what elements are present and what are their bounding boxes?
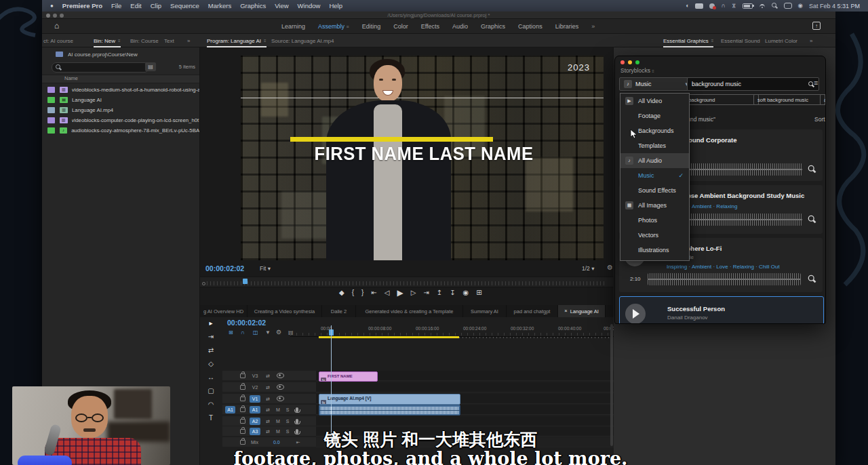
tab-text[interactable]: Text (164, 34, 174, 47)
sync-lock-icon[interactable] (266, 397, 270, 401)
menu-item-footage[interactable]: Footage (620, 108, 689, 123)
sync-lock-icon[interactable] (266, 407, 270, 412)
timeline-timecode[interactable]: 00:00:02:02 (227, 319, 266, 327)
menu-item-all-audio[interactable]: All Audio (620, 153, 689, 168)
timeline-vertical-scrollbar[interactable] (610, 324, 613, 446)
scrubber-playhead[interactable] (243, 279, 248, 284)
seq-tab-overview[interactable]: g AI Overview HD (200, 305, 248, 317)
track-output-eye-icon[interactable] (277, 396, 284, 401)
workspace-captions[interactable]: Captions (518, 23, 542, 30)
audio-clip-language-ai[interactable] (319, 405, 460, 416)
menu-item-vectors[interactable]: Vectors (620, 228, 689, 243)
lock-icon[interactable] (240, 385, 245, 390)
track-v2-button[interactable]: V2 (250, 384, 260, 391)
ripple-edit-tool-icon[interactable] (208, 347, 214, 354)
suggestion-chip[interactable]: soft background music (753, 94, 825, 105)
share-icon[interactable]: ↑ (812, 22, 821, 30)
seq-tab-summary-ai[interactable]: Summary AI (463, 305, 507, 317)
selection-tool-icon[interactable] (209, 320, 212, 327)
tab-bin-new[interactable]: Bin: New (94, 34, 121, 47)
fit-dropdown[interactable]: Fit (260, 265, 271, 272)
play-icon[interactable] (397, 289, 403, 297)
bluetooth-icon[interactable] (732, 3, 736, 8)
menu-item-all-images[interactable]: All Images (620, 198, 689, 213)
find-similar-icon[interactable] (808, 216, 816, 224)
mute-button[interactable]: M (276, 419, 280, 424)
menu-markers[interactable]: Markers (208, 2, 231, 9)
wifi-icon[interactable] (759, 3, 766, 9)
lock-icon[interactable] (240, 397, 245, 401)
track-v3-button[interactable]: V3 (250, 372, 260, 380)
track-select-tool-icon[interactable] (208, 333, 214, 340)
sync-lock-icon[interactable] (266, 385, 270, 390)
close-window-icon[interactable] (620, 60, 625, 64)
track-title[interactable]: Successful Person (667, 305, 725, 312)
solo-button[interactable]: S (286, 419, 290, 424)
app-menu-title[interactable]: Premiere Pro (62, 2, 102, 9)
control-center-icon[interactable] (784, 3, 792, 9)
sync-lock-icon[interactable] (266, 373, 270, 378)
headphones-icon[interactable] (721, 3, 725, 9)
voiceover-mic-icon[interactable] (296, 419, 298, 424)
spotlight-icon[interactable] (772, 3, 778, 9)
hand-tool-icon[interactable] (208, 401, 214, 408)
menu-item-templates[interactable]: Templates (620, 138, 689, 153)
nest-sequence-icon[interactable] (229, 330, 233, 336)
media-type-dropdown[interactable]: Music (619, 77, 693, 91)
project-row-code-video[interactable]: videoblocks-computer-code-playing-on-lcd… (42, 115, 199, 125)
tab-project-ai-course[interactable]: ct: AI course (43, 34, 73, 47)
label-color-chip[interactable] (47, 127, 55, 134)
menubar-clock[interactable]: Sat Feb 4 5:31 PM (809, 3, 860, 9)
step-forward-icon[interactable] (411, 289, 416, 296)
project-search-input[interactable] (52, 62, 149, 73)
waveform[interactable] (648, 273, 801, 285)
project-row-language-ai-mp4[interactable]: Language AI.mp4 (42, 105, 199, 115)
menu-window[interactable]: Window (298, 2, 321, 9)
name-column-header[interactable]: Name (42, 75, 199, 83)
workspace-color[interactable]: Color (393, 23, 408, 30)
workspace-graphics[interactable]: Graphics (481, 23, 505, 30)
lift-icon[interactable] (437, 289, 442, 296)
track-a1-button[interactable]: A1 (250, 406, 260, 413)
menu-item-illustrations[interactable]: Illustrations (620, 243, 689, 258)
tab-source-monitor[interactable]: Source: Language AI.mp4 (271, 34, 334, 47)
project-row-language-ai-seq[interactable]: Language AI (42, 95, 199, 105)
mute-button[interactable]: M (276, 407, 280, 412)
lock-icon[interactable] (240, 407, 245, 412)
workspace-assembly[interactable]: Assembly (318, 23, 349, 30)
tab-bin-course[interactable]: Bin: Course (130, 34, 159, 47)
find-similar-icon[interactable] (808, 275, 816, 283)
tab-program-monitor[interactable]: Program: Language AI (207, 34, 267, 47)
new-bin-icon[interactable] (145, 62, 156, 71)
suggestion-chip[interactable]: ambient (820, 94, 826, 105)
zoom-window-icon[interactable] (635, 60, 639, 64)
linked-selection-icon[interactable] (253, 330, 258, 336)
workspace-learning[interactable]: Learning (281, 23, 305, 30)
sort-dropdown[interactable]: Sort by (814, 116, 826, 123)
type-tool-icon[interactable] (209, 415, 213, 422)
extract-icon[interactable] (450, 289, 455, 296)
menu-item-sound-effects[interactable]: Sound Effects (620, 183, 689, 198)
menu-graphics[interactable]: Graphics (240, 2, 266, 9)
track-lane-a2[interactable] (316, 416, 614, 426)
keyboard-icon[interactable] (695, 3, 703, 9)
graphic-clip-first-name[interactable]: fxFIRST NAME (319, 371, 378, 382)
apple-icon[interactable] (50, 3, 54, 9)
record-status-icon[interactable] (709, 3, 715, 9)
comparison-view-icon[interactable] (476, 289, 481, 296)
track-a2-button[interactable]: A2 (250, 418, 260, 425)
menu-view[interactable]: View (275, 2, 288, 9)
track-tags[interactable]: Inspiring · Ambient · Love · Relaxing · … (667, 264, 780, 270)
label-color-chip[interactable] (47, 117, 55, 123)
tab-lumetri-color[interactable]: Lumetri Color (765, 34, 797, 47)
program-settings-wrench-icon[interactable] (607, 264, 613, 271)
minimize-window-icon[interactable] (628, 60, 632, 64)
workspace-libraries[interactable]: Libraries (555, 23, 579, 30)
home-icon[interactable] (54, 22, 59, 30)
video-clip-language-ai[interactable]: fxLanguage AI.mp4 [V] (319, 394, 460, 405)
program-timecode[interactable]: 00:00:02:02 (205, 264, 244, 272)
project-row-robot-video[interactable]: videoblocks-medium-shot-of-a-humanoid-ro… (42, 85, 199, 95)
menu-edit[interactable]: Edit (130, 2, 141, 9)
project-row-audioblocks[interactable]: audioblocks-cozy-atmosphere-78-mix_BErLv… (42, 125, 199, 136)
timeline-marker-icon[interactable] (265, 330, 271, 336)
